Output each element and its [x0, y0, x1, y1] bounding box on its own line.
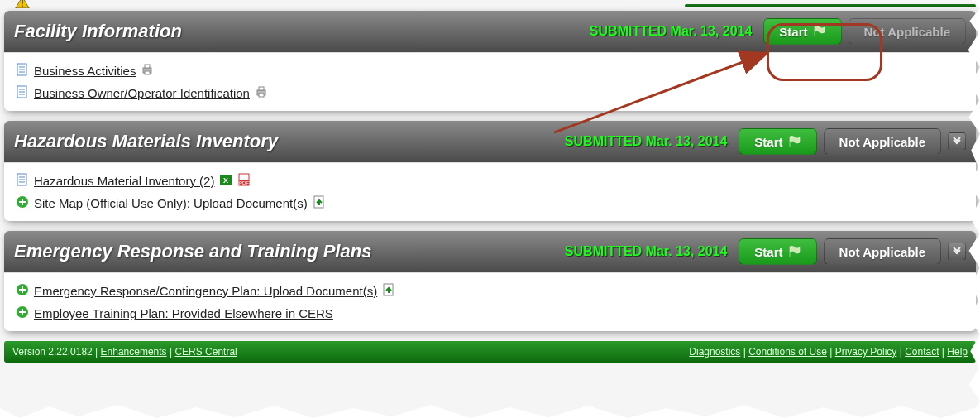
section-header: Hazardous Materials InventorySUBMITTED M…: [4, 121, 976, 162]
svg-text:!: !: [21, 0, 23, 8]
footer-link[interactable]: Privacy Policy: [835, 346, 897, 358]
warning-triangle-icon: !: [12, 0, 33, 8]
section-link-row: Business Activities: [16, 60, 964, 82]
print-icon[interactable]: [255, 85, 273, 101]
torn-edge-bottom: [0, 401, 980, 418]
footer-bar: Version 2.22.0182 | Enhancements | CERS …: [4, 341, 976, 363]
section-panel: Facility InformationSUBMITTED Mar. 13, 2…: [4, 11, 976, 111]
footer-link[interactable]: Contact: [905, 346, 939, 358]
svg-text:PDF: PDF: [239, 180, 249, 185]
svg-rect-7: [145, 65, 150, 68]
not-applicable-button[interactable]: Not Applicable: [849, 18, 966, 45]
section-title: Facility Information: [14, 21, 590, 42]
section-link-row: Business Owner/Operator Identification: [16, 82, 964, 104]
add-icon: [16, 283, 34, 299]
footer-link[interactable]: Conditions of Use: [748, 346, 827, 358]
section-link[interactable]: Business Owner/Operator Identification: [34, 86, 250, 100]
start-button[interactable]: Start: [739, 238, 816, 265]
start-button[interactable]: Start: [739, 128, 816, 155]
svg-rect-15: [259, 94, 264, 97]
top-green-strip: [685, 4, 977, 7]
section-link[interactable]: Hazardous Material Inventory (2): [34, 174, 214, 188]
section-header: Facility InformationSUBMITTED Mar. 13, 2…: [4, 11, 976, 52]
print-icon[interactable]: [141, 63, 159, 79]
version-text: Version 2.22.0182: [12, 346, 93, 358]
section-title: Emergency Response and Training Plans: [14, 241, 565, 262]
status-text: SUBMITTED Mar. 13, 2014: [590, 24, 753, 39]
not-applicable-button[interactable]: Not Applicable: [824, 238, 941, 265]
not-applicable-button[interactable]: Not Applicable: [824, 128, 941, 155]
section-body: Emergency Response/Contingency Plan: Upl…: [4, 272, 976, 331]
section-link-row: Employee Training Plan: Provided Elsewhe…: [16, 302, 964, 324]
section-header: Emergency Response and Training PlansSUB…: [4, 231, 976, 272]
section-panel: Hazardous Materials InventorySUBMITTED M…: [4, 121, 976, 221]
add-icon: [16, 305, 34, 321]
svg-text:X: X: [223, 176, 228, 185]
svg-rect-8: [145, 71, 150, 74]
upload-icon[interactable]: [313, 195, 331, 211]
status-text: SUBMITTED Mar. 13, 2014: [565, 134, 728, 149]
document-icon: [16, 173, 34, 189]
excel-icon[interactable]: X: [219, 173, 237, 189]
collapse-toggle[interactable]: [948, 132, 966, 151]
section-link[interactable]: Business Activities: [34, 64, 136, 78]
document-icon: [16, 63, 34, 79]
section-link-row: Hazardous Material Inventory (2)X PDF: [16, 170, 964, 192]
section-body: Hazardous Material Inventory (2)X PDFSit…: [4, 162, 976, 221]
svg-rect-14: [259, 87, 264, 90]
section-panel: Emergency Response and Training PlansSUB…: [4, 231, 976, 331]
start-button[interactable]: Start: [763, 18, 841, 45]
cers-central-link[interactable]: CERS Central: [174, 346, 237, 358]
section-link[interactable]: Employee Training Plan: Provided Elsewhe…: [34, 306, 333, 320]
footer-left: Version 2.22.0182 | Enhancements | CERS …: [12, 346, 237, 358]
section-link[interactable]: Site Map (Official Use Only): Upload Doc…: [34, 196, 308, 210]
section-title: Hazardous Materials Inventory: [14, 131, 565, 152]
section-body: Business ActivitiesBusiness Owner/Operat…: [4, 52, 976, 111]
page-container: ! Facility InformationSUBMITTED Mar. 13,…: [0, 0, 980, 367]
document-icon: [16, 85, 34, 101]
enhancements-link[interactable]: Enhancements: [101, 346, 167, 358]
footer-right: Diagnostics | Conditions of Use | Privac…: [689, 346, 968, 358]
section-link-row: Site Map (Official Use Only): Upload Doc…: [16, 192, 964, 214]
add-icon: [16, 195, 34, 211]
upload-icon[interactable]: [382, 283, 400, 299]
footer-link[interactable]: Diagnostics: [689, 346, 740, 358]
section-link[interactable]: Emergency Response/Contingency Plan: Upl…: [34, 284, 377, 298]
pdf-icon[interactable]: PDF: [237, 173, 256, 189]
collapse-toggle[interactable]: [948, 243, 966, 261]
status-text: SUBMITTED Mar. 13, 2014: [565, 244, 728, 259]
section-link-row: Emergency Response/Contingency Plan: Upl…: [16, 280, 964, 302]
footer-link[interactable]: Help: [947, 346, 968, 358]
